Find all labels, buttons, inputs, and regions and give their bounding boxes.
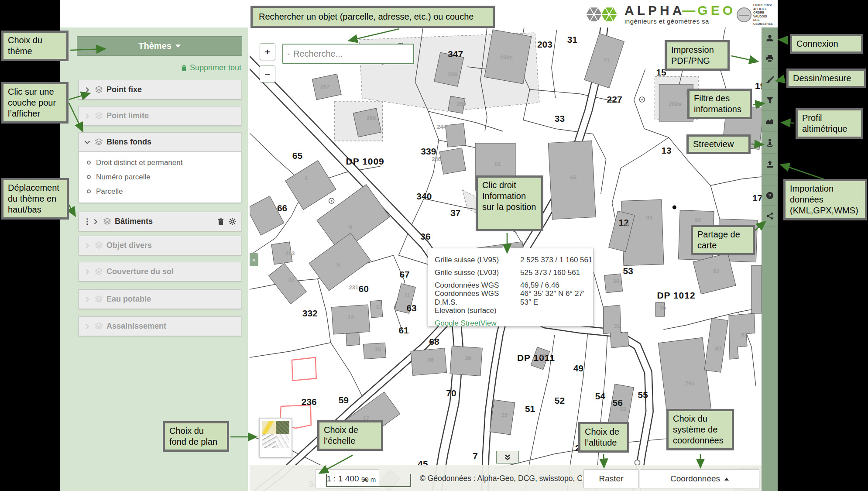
basemap-switcher[interactable]: [259, 418, 292, 457]
map-label: 31: [567, 34, 578, 45]
import-data-button[interactable]: [762, 154, 778, 175]
map-bottom-bar: 1 : 1 400 50 m © Géodonnées : Alpha-Geo,…: [250, 465, 762, 491]
chevron-right-icon: [83, 295, 91, 303]
layer-label: Couverture du sol: [106, 267, 174, 276]
chevron-right-icon: [83, 242, 91, 250]
layer-row-objet-divers[interactable]: Objet divers: [79, 236, 241, 255]
map-label: 236: [302, 397, 317, 407]
share-map-button[interactable]: [762, 206, 778, 227]
search-icon: [288, 50, 290, 58]
basemap-thumbnail: [262, 421, 289, 448]
map-label: 66: [277, 203, 287, 213]
sublayer-parcelle[interactable]: Parcelle: [79, 184, 241, 199]
help-button[interactable]: ?: [762, 185, 778, 206]
map-label: 13: [376, 304, 382, 310]
themes-dropdown-button[interactable]: Thèmes: [77, 36, 242, 56]
map-attribution: © Géodonnées : Alpha-Geo, DCG, swisstopo…: [420, 465, 582, 491]
annotation-partage: Partage de carte: [691, 225, 755, 255]
map-label: 93: [646, 214, 652, 221]
chevron-right-icon: [83, 268, 91, 276]
layers-icon: [95, 86, 103, 94]
layer-label: Point limite: [106, 111, 149, 120]
map-label: 37: [450, 208, 460, 218]
map-label: 11: [404, 292, 410, 299]
popup-row-label: Elevation (surface): [435, 306, 520, 315]
right-toolbar: ?: [762, 27, 778, 491]
zoom-out-button[interactable]: −: [260, 65, 275, 82]
ordre-vaudois-badge: ENTREPRISE AFFILIÉE ORDRE VAUDOIS DES GE…: [737, 3, 777, 26]
layer-row-couverture-du-sol[interactable]: Couverture du sol: [79, 262, 241, 282]
zoom-in-button[interactable]: +: [260, 43, 275, 60]
sublayer-label: Numéro parcelle: [96, 173, 151, 182]
layer-row-biens-fonds[interactable]: Biens fonds: [79, 132, 241, 152]
map-label: 94: [695, 217, 701, 223]
layer-label: Biens fonds: [106, 137, 151, 147]
coords-value: Coordonnées: [670, 474, 720, 484]
map-label: 31: [614, 323, 620, 329]
map-label: 244: [437, 124, 446, 130]
layer-label: Assainissement: [106, 322, 166, 331]
map-label: DP 1011: [517, 353, 555, 363]
streetview-button[interactable]: [762, 132, 778, 154]
brand-geo: GEO: [697, 4, 736, 17]
connexion-button[interactable]: [762, 27, 778, 48]
map-label: 55: [638, 390, 648, 400]
delete-layer-icon[interactable]: [217, 218, 225, 226]
map-label: 79: [659, 305, 666, 312]
layer-row-eau-potable[interactable]: Eau potable: [79, 289, 241, 309]
sublayer-numero-parcelle[interactable]: Numéro parcelle: [79, 170, 241, 184]
radio-icon: [87, 161, 91, 165]
sublayer-droit-distinct[interactable]: Droit distinct et permanent: [79, 155, 241, 170]
coordinate-system-select[interactable]: Coordonnées: [640, 469, 759, 488]
map-label: 79a: [685, 380, 695, 387]
map-label: 203: [285, 250, 295, 257]
layer-row-assainissement[interactable]: Assainissement: [79, 316, 241, 336]
collapse-bottom-bar-button[interactable]: [496, 451, 519, 464]
map-label: 66: [570, 174, 576, 181]
layer-row-point-limite[interactable]: Point limite: [79, 106, 241, 126]
map-label: 202a: [669, 101, 682, 107]
layer-label: Bâtiments: [115, 217, 153, 226]
filter-button[interactable]: [762, 90, 778, 111]
draw-measure-button[interactable]: [762, 69, 778, 90]
layers-icon: [103, 217, 111, 226]
layer-row-point-fixe[interactable]: Point fixe: [79, 80, 241, 100]
map-label: 81: [741, 331, 747, 338]
map-label: 5: [337, 261, 340, 268]
map-label: 22: [288, 276, 295, 283]
elevation-profile-button[interactable]: [762, 111, 778, 132]
annotation-choix-theme: Choix du thème: [1, 31, 69, 61]
print-button[interactable]: [762, 48, 778, 69]
map-label: 339: [421, 146, 436, 156]
annotation-streetview: Streetview: [686, 134, 751, 154]
badge-line: DES GEOMETRES: [753, 18, 777, 26]
upload-icon: [765, 160, 774, 168]
annotation-profil: Profil altimétrique: [796, 108, 863, 139]
map-label: 14: [348, 314, 354, 320]
search-bar[interactable]: [282, 44, 414, 64]
layer-label: Objet divers: [106, 241, 152, 250]
map-label: 246: [432, 156, 441, 162]
altitude-select[interactable]: Raster: [583, 469, 639, 488]
map-label: 17: [752, 193, 762, 203]
popup-row-value: 46,59 / 6,46: [520, 281, 559, 290]
annotation-dessin-mesure: Dessin/mesure: [786, 69, 866, 88]
layer-settings-gear-icon[interactable]: [228, 217, 237, 226]
map-label: 13: [661, 145, 671, 155]
google-streetview-link[interactable]: Google StreetView: [435, 319, 496, 328]
map-label: 60: [359, 284, 369, 294]
badge-line: ORDRE VAUDOIS: [753, 11, 777, 18]
popup-row-label: Coordonnées WGS: [435, 281, 520, 290]
map-label: 332: [302, 308, 318, 318]
drag-handle-icon[interactable]: ⋮: [83, 217, 90, 226]
search-input[interactable]: [293, 49, 409, 59]
map-label: 53: [623, 266, 633, 276]
popup-row-value: 2 525 373 / 1 160 561: [520, 256, 592, 264]
sidebar-collapse-button[interactable]: «: [250, 253, 258, 266]
area-chart-icon: [765, 117, 774, 126]
map-label: 67: [399, 269, 409, 279]
map-label: 347: [448, 49, 463, 59]
map-label: 92: [624, 221, 630, 228]
clear-all-button[interactable]: Supprimer tout: [180, 63, 241, 72]
layer-row-batiments[interactable]: ⋮ Bâtiments: [79, 212, 241, 231]
